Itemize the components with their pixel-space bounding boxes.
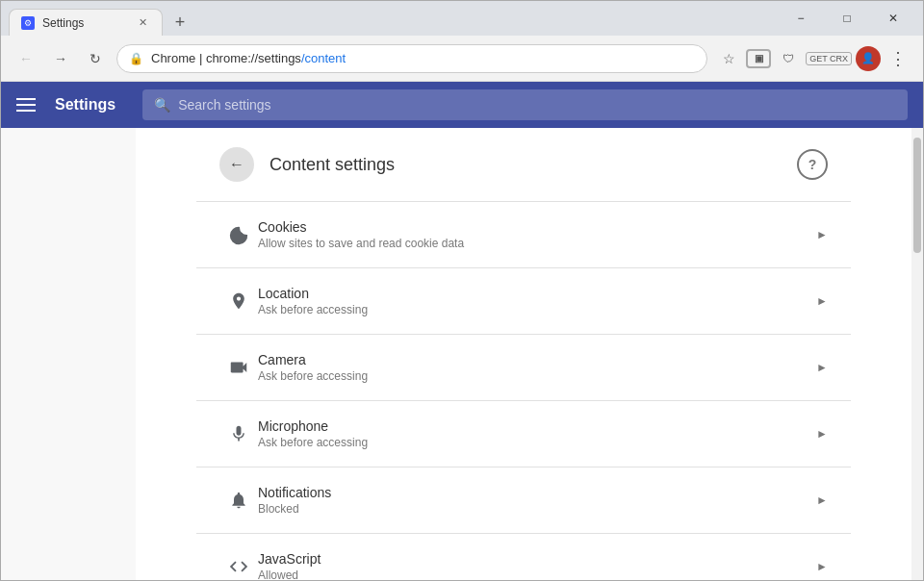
list-item[interactable]: Notifications Blocked ► xyxy=(196,467,851,534)
camera-text: Camera Ask before accessing xyxy=(258,352,816,383)
content-settings-title: Content settings xyxy=(270,155,797,175)
cookies-text: Cookies Allow sites to save and read coo… xyxy=(258,219,816,250)
favicon-icon: ⚙ xyxy=(24,18,32,28)
menu-button[interactable]: ⋮ xyxy=(885,45,911,72)
help-button[interactable]: ? xyxy=(797,149,828,180)
tab-close-button[interactable]: ✕ xyxy=(135,15,150,31)
camera-subtitle: Ask before accessing xyxy=(258,369,816,383)
location-arrow: ► xyxy=(816,294,828,308)
window-controls: − □ ✕ xyxy=(779,3,915,34)
microphone-subtitle: Ask before accessing xyxy=(258,436,816,449)
microphone-arrow: ► xyxy=(816,427,828,441)
left-sidebar xyxy=(1,128,136,580)
scrollbar[interactable] xyxy=(911,128,923,580)
scrollbar-thumb[interactable] xyxy=(913,138,921,253)
url-chrome-label: Chrome xyxy=(151,51,195,65)
tabs-area: ⚙ Settings ✕ + xyxy=(9,1,767,36)
ext-get-crx[interactable]: GET CRX xyxy=(806,52,852,65)
secure-icon: 🔒 xyxy=(129,52,143,65)
cookies-arrow: ► xyxy=(816,228,828,241)
main-area: ← Content settings ? Cookies Allow sites… xyxy=(1,128,923,580)
javascript-subtitle: Allowed xyxy=(258,568,816,580)
location-subtitle: Ask before accessing xyxy=(258,303,816,316)
cookies-icon xyxy=(219,224,258,245)
settings-header: Settings 🔍 xyxy=(1,82,923,128)
tab-title: Settings xyxy=(42,16,127,30)
list-item[interactable]: Cookies Allow sites to save and read coo… xyxy=(196,202,851,268)
search-input[interactable] xyxy=(178,97,896,113)
browser-window: ⚙ Settings ✕ + − □ ✕ ← → ↻ 🔒 Chrome | ch… xyxy=(0,0,924,581)
notifications-text: Notifications Blocked xyxy=(258,485,816,516)
content-inner: ← Content settings ? Cookies Allow sites… xyxy=(196,128,851,580)
camera-arrow: ► xyxy=(816,361,828,374)
microphone-text: Microphone Ask before accessing xyxy=(258,418,816,449)
reload-button[interactable]: ↻ xyxy=(82,45,109,72)
forward-button[interactable]: → xyxy=(47,45,74,72)
new-tab-button[interactable]: + xyxy=(167,9,193,36)
list-item[interactable]: Microphone Ask before accessing ► xyxy=(196,401,851,467)
javascript-title: JavaScript xyxy=(258,551,816,567)
content-header: ← Content settings ? xyxy=(196,128,851,202)
user-avatar[interactable]: 👤 xyxy=(856,46,881,71)
bookmark-button[interactable]: ☆ xyxy=(715,45,742,72)
hamburger-line-1 xyxy=(16,98,36,100)
microphone-title: Microphone xyxy=(258,418,816,434)
search-icon: 🔍 xyxy=(154,97,170,113)
location-text: Location Ask before accessing xyxy=(258,286,816,316)
camera-icon xyxy=(219,357,258,378)
address-bar: ← → ↻ 🔒 Chrome | chrome://settings/conte… xyxy=(1,36,923,82)
title-bar: ⚙ Settings ✕ + − □ ✕ xyxy=(1,1,923,36)
toolbar-icons: ☆ ▣ 🛡 GET CRX 👤 ⋮ xyxy=(715,45,911,72)
list-item[interactable]: Camera Ask before accessing ► xyxy=(196,335,851,401)
url-bar[interactable]: 🔒 Chrome | chrome://settings/content xyxy=(116,44,707,73)
active-tab[interactable]: ⚙ Settings ✕ xyxy=(9,9,163,36)
notifications-icon xyxy=(219,491,258,510)
javascript-arrow: ► xyxy=(816,560,828,573)
content-back-button[interactable]: ← xyxy=(219,147,254,182)
camera-title: Camera xyxy=(258,352,816,367)
location-icon xyxy=(219,291,258,311)
notifications-title: Notifications xyxy=(258,485,816,500)
javascript-icon xyxy=(219,556,258,577)
url-path: chrome://settings/content xyxy=(206,51,346,65)
notifications-subtitle: Blocked xyxy=(258,502,816,516)
list-item[interactable]: Location Ask before accessing ► xyxy=(196,268,851,335)
location-title: Location xyxy=(258,286,816,301)
notifications-arrow: ► xyxy=(816,493,828,507)
menu-hamburger-button[interactable] xyxy=(16,91,43,118)
ext-icon-1[interactable]: ▣ xyxy=(746,49,771,68)
minimize-button[interactable]: − xyxy=(779,3,823,34)
settings-page-title: Settings xyxy=(55,96,116,114)
javascript-text: JavaScript Allowed xyxy=(258,551,816,580)
hamburger-line-3 xyxy=(16,110,36,112)
cookies-subtitle: Allow sites to save and read cookie data xyxy=(258,237,816,250)
hamburger-line-2 xyxy=(16,104,36,106)
maximize-button[interactable]: □ xyxy=(825,3,869,34)
settings-search-bar[interactable]: 🔍 xyxy=(142,89,908,120)
cookies-title: Cookies xyxy=(258,219,816,235)
microphone-icon xyxy=(219,424,258,443)
list-item[interactable]: JavaScript Allowed ► xyxy=(196,534,851,580)
tab-favicon: ⚙ xyxy=(21,16,35,30)
close-button[interactable]: ✕ xyxy=(871,3,915,34)
back-button[interactable]: ← xyxy=(13,45,39,72)
url-text: Chrome | chrome://settings/content xyxy=(151,51,695,65)
content-panel: ← Content settings ? Cookies Allow sites… xyxy=(136,128,911,580)
ext-icon-2[interactable]: 🛡 xyxy=(775,45,802,72)
url-separator: | xyxy=(199,51,206,65)
